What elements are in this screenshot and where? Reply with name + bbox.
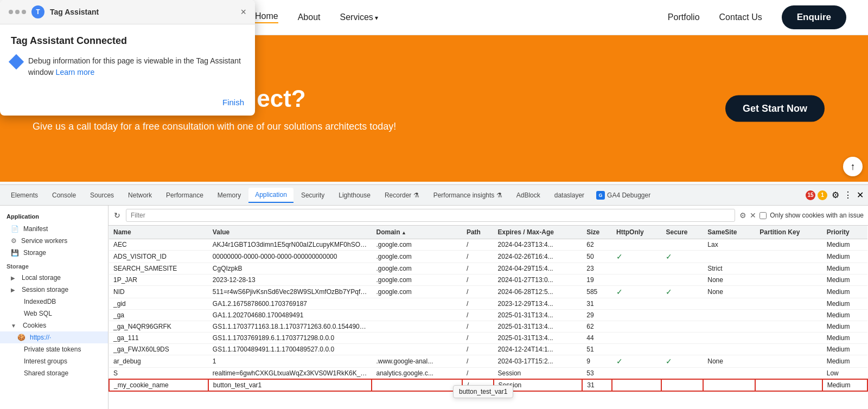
table-row[interactable]: AECAKJ4r1GBT1O3dimn1E5qrN00aIZLcupyKMF0h… bbox=[109, 239, 867, 251]
only-issues-checkbox[interactable] bbox=[760, 212, 767, 219]
scroll-up-button[interactable]: ↑ bbox=[843, 157, 863, 176]
table-row[interactable]: _gaGA1.1.202704680.1700489491/2025-01-31… bbox=[109, 310, 867, 321]
website-area: T Tag Assistant × Tag Assistant Connecte… bbox=[0, 0, 868, 184]
nav-home[interactable]: Home bbox=[255, 11, 278, 23]
devtools-main: Application 📄 Manifest ⚙ Service workers… bbox=[0, 206, 868, 409]
table-row[interactable]: 1P_JAR2023-12-28-13.google.com/2024-01-2… bbox=[109, 274, 867, 286]
checkmark: ✓ bbox=[666, 357, 672, 366]
sidebar-item-cookies-header[interactable]: ▼ Cookies bbox=[0, 319, 108, 331]
only-issues-text: Only show cookies with an issue bbox=[770, 212, 864, 219]
checkmark: ✓ bbox=[616, 252, 623, 261]
table-row[interactable]: NID511=r4wS6PjivKsnSd6Vec28W9SLXmfOzBb7Y… bbox=[109, 286, 867, 298]
col-priority[interactable]: Priority bbox=[822, 226, 867, 239]
sidebar-manifest-label: Manifest bbox=[23, 225, 48, 233]
filter-clear-button[interactable]: ✕ bbox=[750, 211, 756, 220]
table-row[interactable]: _ga_FWJX60L9DSGS1.1.1700489491.1.1.17004… bbox=[109, 344, 867, 355]
tag-popup-body: Tag Assistant Connected Debug informatio… bbox=[0, 24, 255, 92]
tag-popup-dots bbox=[9, 10, 26, 14]
more-options-button[interactable]: ⋮ bbox=[844, 190, 852, 200]
sidebar-cookies-https-label: https://· bbox=[30, 334, 51, 341]
sidebar-service-workers-label: Service workers bbox=[21, 237, 67, 245]
settings-button[interactable]: ⚙ bbox=[832, 190, 839, 200]
close-devtools-button[interactable]: ✕ bbox=[857, 190, 864, 200]
tab-performance[interactable]: Performance bbox=[159, 188, 210, 202]
col-domain[interactable]: Domain bbox=[372, 226, 462, 239]
tab-security[interactable]: Security bbox=[295, 188, 331, 202]
col-expires[interactable]: Expires / Max-Age bbox=[494, 226, 583, 239]
nav-portfolio[interactable]: Portfolio bbox=[668, 12, 700, 22]
sidebar-item-local-storage[interactable]: ▶ Local storage bbox=[0, 272, 108, 284]
expand-local-storage-icon: ▶ bbox=[11, 275, 17, 281]
sidebar-item-web-sql[interactable]: Web SQL bbox=[0, 308, 108, 319]
error-badge: 15 1 bbox=[806, 190, 827, 200]
nav-services[interactable]: Services bbox=[340, 12, 379, 22]
tag-popup-close-button[interactable]: × bbox=[240, 7, 246, 18]
tab-lighthouse[interactable]: Lighthouse bbox=[332, 188, 377, 202]
cookie-table-wrapper[interactable]: Name Value Domain Path Expires / Max-Age… bbox=[108, 226, 868, 409]
tag-info-text: Debug information for this page is viewa… bbox=[28, 55, 244, 78]
tab-adblock[interactable]: AdBlock bbox=[510, 188, 547, 202]
tab-recorder[interactable]: Recorder ⚗ bbox=[378, 188, 426, 202]
sidebar-item-manifest[interactable]: 📄 Manifest bbox=[0, 223, 108, 235]
col-samesite[interactable]: SameSite bbox=[703, 226, 755, 239]
refresh-button[interactable]: ↻ bbox=[113, 210, 122, 221]
expand-session-storage-icon: ▶ bbox=[11, 287, 17, 293]
tooltip-text: button_test_var1 bbox=[459, 388, 507, 395]
col-secure[interactable]: Secure bbox=[661, 226, 703, 239]
sidebar-session-storage-label: Session storage bbox=[22, 286, 68, 293]
table-row[interactable]: ADS_VISITOR_ID00000000-0000-0000-0000-00… bbox=[109, 251, 867, 263]
get-start-now-button[interactable]: Get Start Now bbox=[725, 95, 825, 122]
col-value[interactable]: Value bbox=[208, 226, 372, 239]
ga4-label: GA4 Debugger bbox=[607, 191, 650, 199]
nav-contact[interactable]: Contact Us bbox=[719, 12, 762, 22]
table-row[interactable]: Srealtime=6gwhCXKGLtxuaWqZx3KVS0W1RkK6K_… bbox=[109, 368, 867, 380]
tab-sources[interactable]: Sources bbox=[84, 188, 120, 202]
col-size[interactable]: Size bbox=[582, 226, 612, 239]
filter-bar: ↻ ⚙ ✕ Only show cookies with an issue bbox=[108, 206, 868, 226]
tab-console[interactable]: Console bbox=[46, 188, 82, 202]
table-row[interactable]: ar_debug1.www.google-anal.../2024-03-17T… bbox=[109, 355, 867, 368]
col-name[interactable]: Name bbox=[109, 226, 208, 239]
sidebar-item-session-storage[interactable]: ▶ Session storage bbox=[0, 284, 108, 296]
sidebar-item-cookies-https[interactable]: 🍪 https://· bbox=[0, 331, 108, 343]
tab-elements[interactable]: Elements bbox=[4, 188, 44, 202]
sidebar-item-service-workers[interactable]: ⚙ Service workers bbox=[0, 235, 108, 247]
enquire-button[interactable]: Enquire bbox=[782, 5, 846, 29]
sidebar-application-header[interactable]: Application bbox=[0, 210, 108, 223]
devtools-content: ↻ ⚙ ✕ Only show cookies with an issue bbox=[108, 206, 868, 409]
tab-application[interactable]: Application bbox=[248, 188, 293, 203]
tab-network[interactable]: Network bbox=[122, 188, 158, 202]
sidebar-item-storage[interactable]: 💾 Storage bbox=[0, 247, 108, 259]
table-row[interactable]: _gidGA1.2.1675878600.1703769187/2023-12-… bbox=[109, 298, 867, 310]
filter-settings-button[interactable]: ⚙ bbox=[739, 211, 746, 220]
tab-memory[interactable]: Memory bbox=[211, 188, 247, 202]
tab-ga4-debugger[interactable]: G GA4 Debugger bbox=[592, 189, 655, 202]
sidebar-item-interest-groups[interactable]: Interest groups bbox=[0, 355, 108, 367]
devtools-tab-icons: 15 1 ⚙ ⋮ ✕ bbox=[806, 190, 864, 200]
manifest-icon: 📄 bbox=[11, 225, 19, 233]
sidebar-item-indexeddb[interactable]: IndexedDB bbox=[0, 296, 108, 308]
col-httponly[interactable]: HttpOnly bbox=[612, 226, 661, 239]
sidebar-item-private-state-tokens[interactable]: Private state tokens bbox=[0, 343, 108, 355]
table-row[interactable]: _ga_111GS1.1.1703769189.6.1.1703771298.0… bbox=[109, 333, 867, 344]
tab-dataslayer[interactable]: dataslayer bbox=[548, 188, 591, 202]
sidebar-item-shared-storage[interactable]: Shared storage bbox=[0, 367, 108, 379]
only-issues-label[interactable]: Only show cookies with an issue bbox=[760, 212, 864, 219]
cookie-table: Name Value Domain Path Expires / Max-Age… bbox=[108, 226, 868, 392]
filter-input[interactable] bbox=[126, 209, 735, 222]
finish-button[interactable]: Finish bbox=[222, 98, 244, 107]
col-partition-key[interactable]: Partition Key bbox=[755, 226, 822, 239]
col-path[interactable]: Path bbox=[462, 226, 494, 239]
sidebar-interest-groups-label: Interest groups bbox=[24, 357, 67, 365]
cookie-value-tooltip: button_test_var1 bbox=[453, 385, 513, 398]
learn-more-link[interactable]: Learn more bbox=[56, 68, 95, 76]
cookie-icon: 🍪 bbox=[17, 334, 25, 341]
tab-perf-insights[interactable]: Performance insights ⚗ bbox=[427, 188, 509, 202]
table-row[interactable]: SEARCH_SAMESITECgQIzpkB.google.com/2024-… bbox=[109, 263, 867, 274]
table-row[interactable]: _ga_N4QR96GRFKGS1.1.1703771163.18.1.1703… bbox=[109, 321, 867, 333]
service-workers-icon: ⚙ bbox=[11, 237, 17, 245]
sidebar-web-sql-label: Web SQL bbox=[24, 310, 52, 317]
table-header-row: Name Value Domain Path Expires / Max-Age… bbox=[109, 226, 867, 239]
nav-about[interactable]: About bbox=[298, 12, 321, 22]
checkmark: ✓ bbox=[616, 357, 623, 366]
